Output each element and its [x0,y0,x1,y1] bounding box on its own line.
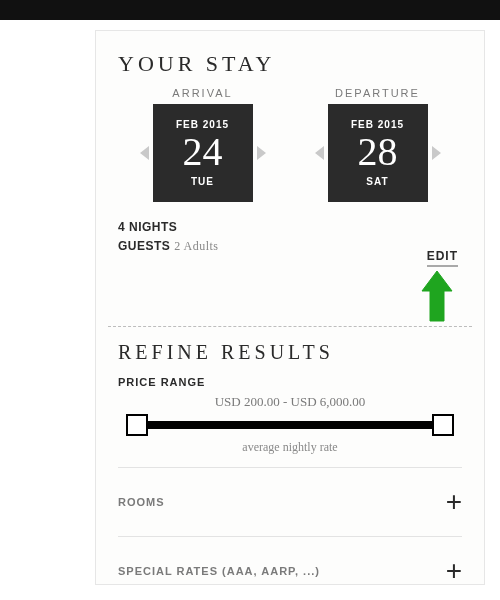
arrival-day: 24 [183,132,223,172]
your-stay-heading: YOUR STAY [118,51,462,77]
departure-column: DEPARTURE FEB 2015 28 SAT [293,87,462,202]
departure-prev-arrow-icon[interactable] [315,146,324,160]
arrival-label: ARRIVAL [172,87,232,99]
price-slider[interactable] [126,412,454,438]
departure-next-arrow-icon[interactable] [432,146,441,160]
arrival-column: ARRIVAL FEB 2015 24 TUE [118,87,287,202]
nights-count: 4 NIGHTS [118,218,462,237]
edit-button[interactable]: EDIT [427,249,458,267]
booking-panel: YOUR STAY ARRIVAL FEB 2015 24 TUE DEPART… [95,30,485,585]
refine-results-heading: REFINE RESULTS [118,341,462,364]
departure-date-card[interactable]: FEB 2015 28 SAT [328,104,428,202]
slider-track [136,421,444,429]
guests-label: GUESTS [118,239,170,253]
divider [118,536,462,537]
divider [118,467,462,468]
slider-handle-min[interactable] [126,414,148,436]
section-divider [108,326,472,327]
price-range-label: PRICE RANGE [118,376,462,388]
departure-dow: SAT [366,176,388,187]
arrival-prev-arrow-icon[interactable] [140,146,149,160]
dates-row: ARRIVAL FEB 2015 24 TUE DEPARTURE FE [118,87,462,202]
highlight-arrow-icon [418,269,456,325]
stay-summary: 4 NIGHTS GUESTS 2 Adults [118,218,462,256]
arrival-dow: TUE [191,176,214,187]
plus-icon: + [446,488,462,516]
rooms-label: ROOMS [118,496,165,508]
rooms-expander[interactable]: ROOMS + [118,480,462,524]
plus-icon: + [446,557,462,585]
dotted-band [0,20,500,30]
top-black-bar [0,0,500,20]
slider-handle-max[interactable] [432,414,454,436]
price-range-value: USD 200.00 - USD 6,000.00 [118,394,462,410]
arrival-next-arrow-icon[interactable] [257,146,266,160]
guests-value: 2 Adults [174,239,218,253]
rate-note: average nightly rate [118,440,462,455]
special-rates-label: SPECIAL RATES (AAA, AARP, ...) [118,565,320,577]
arrival-date-card[interactable]: FEB 2015 24 TUE [153,104,253,202]
departure-day: 28 [358,132,398,172]
departure-label: DEPARTURE [335,87,420,99]
special-rates-expander[interactable]: SPECIAL RATES (AAA, AARP, ...) + [118,549,462,593]
